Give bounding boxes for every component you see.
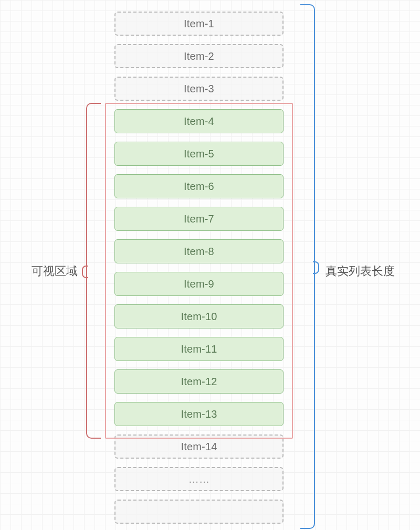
viewport-rectangle bbox=[105, 103, 293, 439]
label-full-list: 真实列表长度 bbox=[326, 263, 420, 279]
list-item: Item-2 bbox=[114, 44, 284, 68]
list-item-ellipsis: …… bbox=[114, 467, 284, 491]
list-item-overflow bbox=[114, 500, 284, 524]
list-item: Item-3 bbox=[114, 77, 284, 101]
list-item: Item-1 bbox=[114, 12, 284, 36]
label-visible-region: 可视区域 bbox=[15, 263, 78, 279]
brace-full-list bbox=[300, 4, 315, 529]
brace-visible-region bbox=[86, 103, 101, 439]
diagram-stage: Item-1Item-2Item-3Item-4Item-5Item-6Item… bbox=[0, 0, 420, 530]
